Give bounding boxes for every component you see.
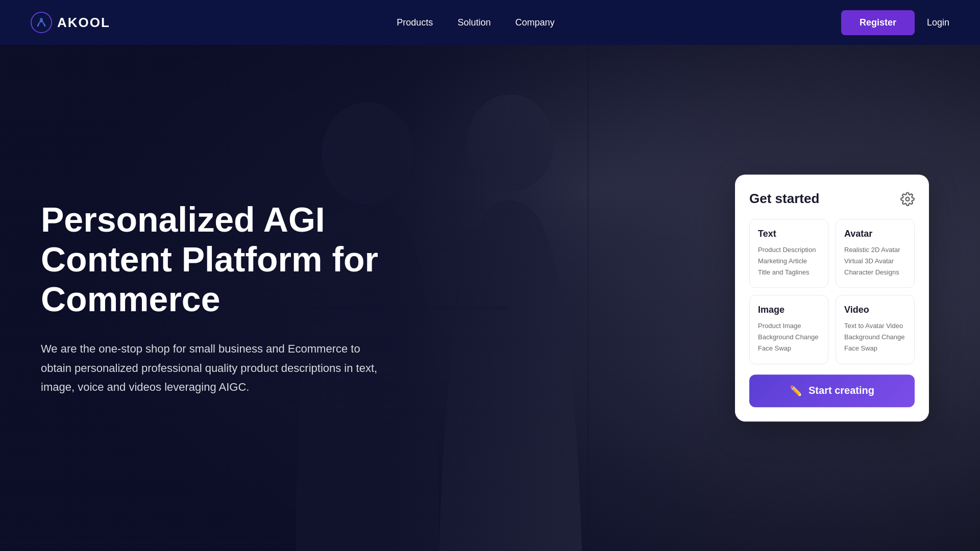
card-item-avatar-sub: Realistic 2D AvatarVirtual 3D AvatarChar…	[844, 244, 906, 278]
hero-section: Personalized AGI Content Platform for Co…	[0, 0, 980, 551]
card-item-video[interactable]: Video Text to Avatar VideoBackground Cha…	[836, 295, 915, 364]
svg-point-0	[31, 12, 52, 33]
card-grid: Text Product DescriptionMarketing Articl…	[749, 219, 915, 364]
card-item-text-title: Text	[758, 229, 820, 239]
nav-products[interactable]: Products	[397, 17, 433, 28]
hero-description: We are the one-stop shop for small busin…	[41, 339, 388, 396]
card-item-avatar[interactable]: Avatar Realistic 2D AvatarVirtual 3D Ava…	[836, 219, 915, 288]
nav: Products Solution Company	[397, 17, 554, 28]
svg-point-1	[40, 18, 43, 22]
pencil-icon: ✏️	[790, 385, 802, 397]
nav-company[interactable]: Company	[515, 17, 554, 28]
nav-solution[interactable]: Solution	[457, 17, 491, 28]
get-started-card: Get started Text Product DescriptionMark…	[735, 174, 929, 421]
hero-text-area: Personalized AGI Content Platform for Co…	[0, 199, 459, 397]
register-button[interactable]: Register	[841, 10, 915, 35]
card-item-image-title: Image	[758, 305, 820, 316]
card-title: Get started	[749, 191, 819, 207]
card-item-video-sub: Text to Avatar VideoBackground ChangeFac…	[844, 321, 906, 355]
card-item-text-sub: Product DescriptionMarketing ArticleTitl…	[758, 244, 820, 278]
logo-text: AKOOL	[57, 15, 110, 31]
logo[interactable]: AKOOL	[31, 12, 110, 33]
header: AKOOL Products Solution Company Register…	[0, 0, 980, 45]
card-item-text[interactable]: Text Product DescriptionMarketing Articl…	[749, 219, 828, 288]
card-item-image[interactable]: Image Product ImageBackground ChangeFace…	[749, 295, 828, 364]
card-item-avatar-title: Avatar	[844, 229, 906, 239]
svg-point-8	[906, 197, 910, 201]
card-item-image-sub: Product ImageBackground ChangeFace Swap	[758, 321, 820, 355]
hero-title: Personalized AGI Content Platform for Co…	[41, 199, 419, 319]
header-actions: Register Login	[841, 10, 949, 35]
login-button[interactable]: Login	[927, 17, 949, 28]
card-header: Get started	[749, 191, 915, 207]
card-item-video-title: Video	[844, 305, 906, 316]
akool-logo-icon	[31, 12, 52, 33]
start-creating-label: Start creating	[808, 385, 874, 396]
start-creating-button[interactable]: ✏️ Start creating	[749, 374, 915, 407]
settings-icon[interactable]	[900, 192, 915, 206]
